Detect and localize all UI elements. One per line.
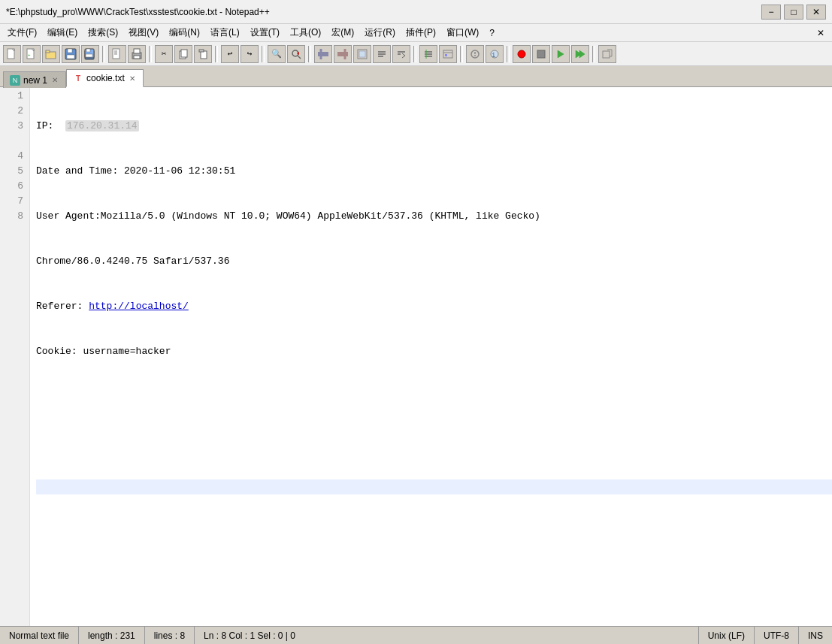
editor-container: 1 2 3 4 5 6 7 8 IP: 176.20.31.14 Date an…	[0, 87, 832, 626]
toolbar-play[interactable]	[552, 45, 570, 63]
tab-cookie-close[interactable]: ✕	[128, 74, 137, 83]
toolbar-play-multi[interactable]	[571, 45, 589, 63]
toolbar-zoom-in[interactable]	[314, 45, 332, 63]
menu-close-window[interactable]: ✕	[812, 26, 829, 40]
close-button[interactable]: ✕	[806, 5, 826, 20]
toolbar-find-next[interactable]	[287, 45, 305, 63]
toolbar-save[interactable]	[62, 45, 80, 63]
toolbar-open[interactable]	[42, 45, 60, 63]
line-num-2: 2	[0, 104, 26, 119]
svg-text:i: i	[492, 52, 495, 59]
toolbar-btn9[interactable]: i	[486, 45, 504, 63]
status-lineending: Unix (LF)	[699, 627, 755, 644]
svg-rect-55	[603, 51, 610, 58]
status-encoding: UTF-8	[755, 627, 799, 644]
status-filetype: Normal text file	[0, 627, 79, 644]
referer-link: http://localhost/	[89, 301, 189, 312]
menu-settings[interactable]: 设置(T)	[246, 25, 284, 41]
menu-macro[interactable]: 宏(M)	[327, 25, 359, 41]
new-tab-icon: N	[10, 75, 20, 86]
toolbar-btn6[interactable]	[419, 45, 437, 63]
toolbar-sep9	[592, 46, 595, 62]
toolbar-copy[interactable]	[174, 45, 192, 63]
toolbar-close[interactable]	[108, 45, 126, 63]
toolbar-redo[interactable]: ↪	[241, 45, 259, 63]
line-num-6: 6	[0, 179, 26, 194]
svg-point-47	[474, 55, 476, 56]
svg-marker-54	[579, 50, 585, 58]
toolbar-record-start[interactable]	[513, 45, 531, 63]
editor-line-8	[36, 479, 832, 494]
svg-marker-52	[558, 50, 564, 58]
tab-cookie[interactable]: T cookie.txt ✕	[66, 69, 144, 87]
line-num-7: 7	[0, 194, 26, 209]
title-bar: *E:\phpstudy_pro\WWW\CrackTest\xsstest\c…	[0, 0, 832, 24]
toolbar-new[interactable]	[3, 45, 21, 63]
toolbar-sep3	[215, 46, 218, 62]
svg-rect-29	[337, 52, 348, 56]
svg-rect-44	[445, 54, 447, 56]
window-title: *E:\phpstudy_pro\WWW\CrackTest\xsstest\c…	[6, 7, 270, 17]
toolbar-btn5[interactable]	[392, 45, 410, 63]
line-num-1: 1	[0, 89, 26, 104]
line-num-4: 4	[0, 149, 26, 164]
svg-line-24	[298, 56, 301, 59]
editor-line-5: Cookie: username=hacker	[36, 344, 832, 359]
tab-cookie-label: cookie.txt	[86, 73, 125, 83]
status-encoding-label: UTF-8	[764, 630, 789, 641]
editor-line-2: Date and Time: 2020-11-06 12:30:51	[36, 164, 832, 179]
ip-value: 176.20.31.14	[65, 120, 139, 132]
maximize-button[interactable]: □	[784, 5, 803, 20]
menu-search[interactable]: 搜索(S)	[83, 25, 123, 41]
menu-help[interactable]: ?	[485, 26, 499, 40]
tab-new1-close[interactable]: ✕	[50, 76, 59, 84]
svg-rect-32	[359, 51, 365, 57]
status-position: Ln : 8 Col : 1 Sel : 0 | 0	[195, 627, 699, 644]
toolbar-paste[interactable]	[194, 45, 212, 63]
toolbar-new2[interactable]: +	[23, 45, 41, 63]
editor-content[interactable]: IP: 176.20.31.14 Date and Time: 2020-11-…	[30, 87, 832, 626]
toolbar-sep1	[102, 46, 105, 62]
toolbar-undo[interactable]: ↩	[221, 45, 239, 63]
toolbar-btn3[interactable]	[353, 45, 371, 63]
editor-line-3a: User Agent:Mozilla/5.0 (Windows NT 10.0;…	[36, 209, 832, 224]
line-num-3b	[0, 134, 26, 149]
toolbar-print[interactable]	[128, 45, 146, 63]
minimize-button[interactable]: −	[761, 5, 781, 20]
status-lines-label: lines : 8	[154, 630, 185, 641]
menu-run[interactable]: 运行(R)	[360, 25, 400, 41]
toolbar-find[interactable]: 🔍	[268, 45, 286, 63]
toolbar-save-all[interactable]	[81, 45, 99, 63]
status-position-label: Ln : 8 Col : 1 Sel : 0 | 0	[204, 630, 295, 641]
svg-rect-51	[537, 50, 545, 58]
menu-encoding[interactable]: 编码(N)	[165, 25, 204, 41]
toolbar-btn8[interactable]	[466, 45, 484, 63]
toolbar-sep2	[149, 46, 152, 62]
toolbar-zoom-out[interactable]	[334, 45, 352, 63]
toolbar-sep5	[308, 46, 311, 62]
toolbar-cut[interactable]: ✂	[155, 45, 173, 63]
menu-language[interactable]: 语言(L)	[206, 25, 244, 41]
line-num-5: 5	[0, 164, 26, 179]
status-mode-label: INS	[808, 630, 823, 641]
toolbar-btn7[interactable]	[439, 45, 457, 63]
menu-window[interactable]: 窗口(W)	[442, 25, 483, 41]
tab-new1[interactable]: N new 1 ✕	[3, 71, 66, 88]
editor-line-1: IP: 176.20.31.14	[36, 119, 832, 134]
menu-file[interactable]: 文件(F)	[3, 25, 41, 41]
menu-edit[interactable]: 编辑(E)	[43, 25, 82, 41]
svg-rect-42	[443, 50, 452, 58]
menu-view[interactable]: 视图(V)	[124, 25, 163, 41]
line-num-8: 8	[0, 209, 26, 224]
toolbar-sep7	[460, 46, 463, 62]
menu-plugins[interactable]: 插件(P)	[401, 25, 440, 41]
svg-point-50	[518, 50, 525, 58]
toolbar-btn4[interactable]	[373, 45, 391, 63]
line-numbers: 1 2 3 4 5 6 7 8	[0, 87, 30, 626]
menu-tools[interactable]: 工具(O)	[286, 25, 325, 41]
toolbar-record-stop[interactable]	[532, 45, 550, 63]
toolbar-sep8	[507, 46, 510, 62]
svg-rect-7	[67, 55, 74, 59]
toolbar-btn-right[interactable]	[598, 45, 616, 63]
svg-rect-10	[86, 49, 90, 52]
